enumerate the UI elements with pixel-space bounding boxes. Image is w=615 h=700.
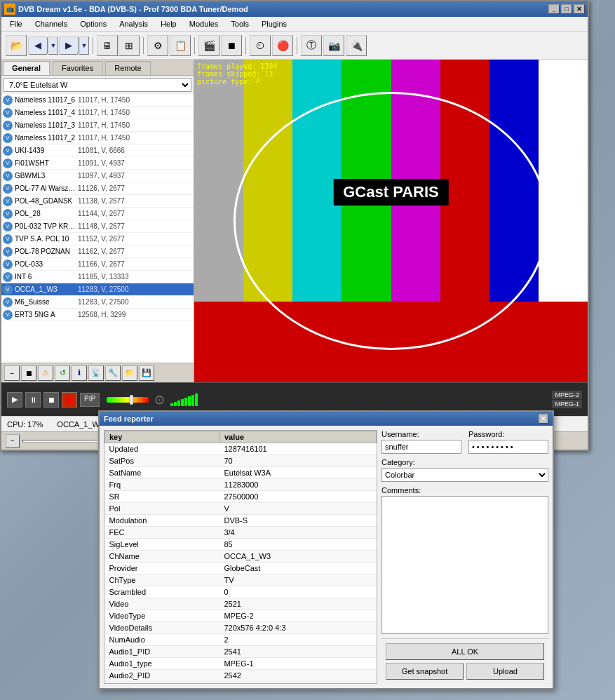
feed-table-row-10: ProviderGlobeCast [105,563,377,574]
fwd-dropdown[interactable]: ▼ [79,36,89,55]
channel-row-6[interactable]: VGBWML311097, V, 4937 [1,170,194,182]
tab-remote[interactable]: Remote [105,61,151,75]
view-btn-1[interactable]: 🖥 [97,35,118,56]
menu-analysis[interactable]: Analysis [114,18,154,29]
volume-slider[interactable] [107,397,149,403]
stop-button[interactable]: ⏹ [221,35,242,56]
channel-row-9[interactable]: VPOL_2811144, V, 2677 [1,208,194,220]
record-button[interactable]: 🎬 [198,35,219,56]
menu-tools[interactable]: Tools [225,18,255,29]
feed-key-13: Video [105,598,220,610]
back-button[interactable]: ◀ [28,36,48,55]
stop-small-button[interactable]: ⏹ [21,365,36,381]
channel-icon-2: V [3,121,13,130]
tab-favorites[interactable]: Favorites [53,61,102,75]
timer-button[interactable]: ⏲ [250,35,271,56]
feed-table-row-2: SatNameEutelsat W3A [105,467,377,479]
menu-options[interactable]: Options [74,18,112,29]
channel-row-16[interactable]: VM6_Suisse11283, V, 27500 [1,296,194,309]
feed-reporter-body: key value Updated1287416101SatPos70SatNa… [100,426,553,688]
channel-row-3[interactable]: VNameless 11017_211017, H, 17450 [1,132,194,144]
play-button[interactable]: ▶ [7,392,22,408]
folder-button[interactable]: 📁 [122,365,137,381]
view-btn-2[interactable]: ⊞ [119,35,140,56]
channel-row-2[interactable]: VNameless 11017_311017, H, 17450 [1,119,194,132]
feed-reporter-close-button[interactable]: ✕ [539,414,548,424]
minimize-button[interactable]: _ [548,4,560,14]
channel-row-10[interactable]: VP0L-032 TVP KRA...11148, V, 2677 [1,220,194,233]
feed-reporter-title: Feed reporter [104,415,539,423]
test-pattern-circle [234,92,548,350]
forward-button[interactable]: ▶ [59,36,79,55]
info-button[interactable]: ℹ [72,365,87,381]
overlay-line1: frames played: 1394 [197,62,277,70]
category-dropdown[interactable]: Colorbar News Sports Entertainment Music [381,468,548,482]
feed-key-4: SR [105,491,220,503]
channel-row-8[interactable]: VPOL-48_GDANSK11138, V, 2677 [1,195,194,208]
scan-button[interactable]: 📡 [88,365,104,381]
volume-thumb[interactable] [130,395,133,405]
nav-dropdown[interactable]: ▼ [48,36,58,55]
channel-row-12[interactable]: VPOL-78 POZNAN11162, V, 2677 [1,245,194,258]
stop-video-button[interactable]: ⏹ [43,392,59,408]
channel-row-14[interactable]: VINT 611185, V, 13333 [1,271,194,283]
category-label: Category: [381,458,548,466]
pip-button[interactable]: PIP [80,393,100,407]
channel-list-container: VNameless 11017_611017, H, 17450VNameles… [1,94,194,363]
channel-freq-15: 11283, V, 27500 [78,285,130,293]
channel-row-11[interactable]: VTVP S.A. POL 1011152, V, 2677 [1,233,194,245]
record-video-button[interactable] [62,392,77,408]
maximize-button[interactable]: □ [561,4,572,14]
all-ok-button[interactable]: ALL OK [386,643,544,660]
feed-table-row-9: ChNameOCCA_1_W3 [105,551,377,563]
teletext-button[interactable]: Ⓣ [301,35,322,56]
logo-button[interactable]: 🔴 [272,35,293,56]
plugin-button[interactable]: 🔌 [346,35,367,56]
settings-button[interactable]: ⚙ [147,35,168,56]
window-controls: _ □ ✕ [548,4,585,14]
menu-file[interactable]: File [4,18,28,29]
feed-table-row-7: FEC3/4 [105,527,377,539]
pause-button[interactable]: ⏸ [25,392,41,408]
channel-row-15[interactable]: VOCCA_1_W311283, V, 27500 [1,283,194,296]
capture-button[interactable]: 📷 [323,35,344,56]
sig-bar-2 [174,402,177,406]
get-snapshot-button[interactable]: Get snapshot [386,663,464,680]
channel-row-7[interactable]: VPOL-77 Al Warsza...11126, V, 2677 [1,182,194,195]
minus-button[interactable]: − [4,365,20,381]
username-input[interactable] [381,440,461,454]
channel-row-4[interactable]: VUKI-143911081, V, 6666 [1,144,194,157]
menu-help[interactable]: Help [155,18,182,29]
password-input[interactable] [468,440,548,454]
tab-general[interactable]: General [3,61,50,75]
open-button[interactable]: 📂 [6,35,27,56]
channel-freq-0: 11017, H, 17450 [78,96,130,104]
upload-button[interactable]: Upload [466,663,544,680]
feed-value-2: Eutelsat W3A [219,467,376,479]
satellite-dropdown[interactable]: 7.0°E Eutelsat W 13.0°E Hotbird 19.2°E A… [4,78,191,92]
channel-row-0[interactable]: VNameless 11017_611017, H, 17450 [1,94,194,107]
menu-channels[interactable]: Channels [29,18,73,29]
channel-name-8: POL-48_GDANSK [15,197,78,205]
channel-row-1[interactable]: VNameless 11017_411017, H, 17450 [1,107,194,119]
toolbar-separator-5 [297,37,297,54]
save-small-button[interactable]: 💾 [139,365,154,381]
refresh-button[interactable]: ↺ [55,365,70,381]
feed-table-row-16: NumAudio2 [105,634,377,646]
channel-freq-5: 11091, V, 4937 [78,159,130,167]
close-button[interactable]: ✕ [574,4,585,14]
feed-reporter-scroll-area[interactable]: key value Updated1287416101SatPos70SatNa… [104,431,377,683]
channel-name-16: M6_Suisse [15,298,78,306]
channel-row-13[interactable]: VPOL-03311166, V, 2677 [1,258,194,271]
comments-textarea[interactable] [381,496,548,634]
warning-button[interactable]: ⚠ [38,365,53,381]
channel-row-5[interactable]: VFi01WSHT11091, V, 4937 [1,157,194,170]
rec-minus-btn[interactable]: − [6,434,20,448]
category-group: Category: Colorbar News Sports Entertain… [381,458,548,482]
menu-modules[interactable]: Modules [184,18,224,29]
feed-value-0: 1287416101 [219,443,376,455]
menu-plugins[interactable]: Plugins [256,18,292,29]
epg-button[interactable]: 📋 [170,35,191,56]
tools-small-button[interactable]: 🔧 [105,365,121,381]
channel-row-17[interactable]: VERT3 5NG A12568, H, 3299 [1,309,194,321]
